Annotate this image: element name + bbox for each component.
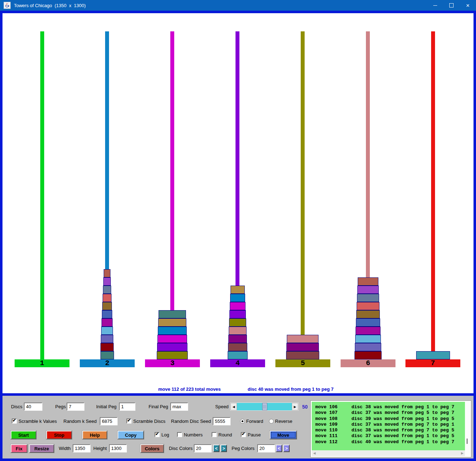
log-checkbox[interactable] <box>155 432 160 437</box>
close-icon: × <box>466 2 470 9</box>
speed-value: 50 <box>302 403 308 411</box>
control-panel: Discs 40 Pegs 7 Initial Peg 1 Final Peg … <box>2 396 474 459</box>
titlebar[interactable]: Towers of Chicago (1350 x 1300) × <box>0 0 476 11</box>
peg-colors-next-button[interactable]: > <box>283 445 290 452</box>
disc-7 <box>102 318 113 327</box>
disc-31 <box>159 310 186 318</box>
peg-7-base: 7 <box>405 359 460 367</box>
peg-6-base-label: 6 <box>366 359 370 367</box>
disc-35 <box>157 343 187 351</box>
speed-slider[interactable]: ◀ ▶ <box>230 403 299 411</box>
scroll-right-icon[interactable]: ▶ <box>461 451 464 455</box>
log-line: move 106 disc 38 was moved from peg 1 to… <box>315 404 465 410</box>
initial-peg-label: Initial Peg <box>96 403 117 411</box>
text-caret <box>467 439 467 444</box>
random-k-seed-input[interactable]: 6875 <box>100 417 118 425</box>
log-label: Log <box>161 431 169 439</box>
app-window: Towers of Chicago (1350 x 1300) × move 1… <box>0 0 476 461</box>
move-log-panel: move 106 disc 38 was moved from peg 1 to… <box>310 400 471 457</box>
pegs-input[interactable]: 7 <box>67 403 84 411</box>
height-input[interactable]: 1300 <box>109 444 127 452</box>
peg-1-pole <box>40 31 44 359</box>
disc-8 <box>101 327 113 335</box>
discs-input[interactable]: 40 <box>24 403 42 411</box>
disc-9 <box>101 335 113 343</box>
peg-3-base-label: 3 <box>170 359 175 367</box>
random-disc-seed-label: Random Disc Seed <box>171 417 211 426</box>
scramble-discs-label: Scramble Discs <box>133 417 165 426</box>
java-coffee-icon <box>4 2 11 9</box>
numbers-checkbox[interactable] <box>177 432 182 437</box>
disc-12 <box>231 286 245 294</box>
disc-19 <box>228 343 247 351</box>
log-line: move 110 disc 38 was moved from peg 7 to… <box>315 427 465 433</box>
log-horizontal-scrollbar[interactable]: ◀ ▶ <box>312 450 465 456</box>
pegs-label: Pegs <box>55 403 66 411</box>
random-disc-seed-input[interactable]: 5555 <box>213 417 231 425</box>
log-line: move 112 disc 40 was moved from peg 1 to… <box>315 439 465 445</box>
round-checkbox[interactable] <box>212 432 217 437</box>
disc-14 <box>230 302 245 310</box>
forward-radio[interactable] <box>240 419 245 424</box>
peg-6-base: 6 <box>341 359 395 367</box>
scroll-left-icon[interactable]: ◀ <box>313 451 316 455</box>
peg-5-base-label: 5 <box>301 359 305 367</box>
maximize-button[interactable] <box>443 0 460 11</box>
disc-29 <box>355 343 381 351</box>
peg-4-base-label: 4 <box>236 359 240 367</box>
speed-slider-track[interactable] <box>237 403 292 410</box>
colors-button[interactable]: Colors <box>140 444 164 453</box>
scramble-k-checkbox[interactable] <box>12 419 17 424</box>
initial-peg-input[interactable]: 1 <box>119 403 135 411</box>
disc-10 <box>100 343 114 351</box>
speed-slider-thumb[interactable] <box>262 403 267 410</box>
help-button[interactable]: Help <box>82 431 107 439</box>
reverse-radio[interactable] <box>269 419 274 424</box>
disc-39 <box>286 351 319 359</box>
peg-1-base: 1 <box>15 359 69 367</box>
disc-28 <box>355 335 381 343</box>
peg-3-base: 3 <box>145 359 200 367</box>
disc-17 <box>229 327 247 335</box>
log-vertical-gutter[interactable] <box>465 402 470 450</box>
disc-colors-input[interactable]: 20 <box>194 444 212 452</box>
disc-40 <box>416 351 450 359</box>
disc-colors-next-button[interactable]: > <box>221 445 227 452</box>
log-line: move 111 disc 37 was moved from peg 1 to… <box>315 433 465 439</box>
pause-label: Pause <box>248 431 261 439</box>
random-k-seed-label: Random k Seed <box>63 417 97 426</box>
peg-colors-input[interactable]: 20 <box>257 444 275 452</box>
width-input[interactable]: 1350 <box>73 444 90 452</box>
scramble-discs-checkbox[interactable] <box>126 419 131 424</box>
copy-button[interactable]: Copy <box>118 431 144 439</box>
disc-24 <box>357 302 379 310</box>
peg-1-base-label: 1 <box>40 359 44 367</box>
move-log[interactable]: move 106 disc 38 was moved from peg 1 to… <box>312 402 465 450</box>
peg-colors-label: Peg Colors <box>232 444 254 453</box>
disc-colors-label: Disc Colors <box>169 444 192 453</box>
start-button[interactable]: Start <box>11 431 36 439</box>
reverse-label: Reverse <box>275 417 292 426</box>
disc-21 <box>358 277 378 286</box>
peg-5-base: 5 <box>275 359 330 367</box>
peg-colors-prev-button[interactable]: < <box>276 445 282 452</box>
minimize-icon <box>433 5 437 6</box>
close-button[interactable]: × <box>460 0 476 11</box>
maximize-icon <box>449 3 454 7</box>
move-button[interactable]: Move <box>270 431 297 439</box>
right-arrow-icon[interactable]: ▶ <box>292 403 298 410</box>
final-peg-input[interactable]: max <box>170 403 188 411</box>
resize-button[interactable]: Resize <box>29 444 54 453</box>
disc-16 <box>229 318 246 327</box>
fix-button[interactable]: Fix <box>11 444 27 453</box>
left-arrow-icon[interactable]: ◀ <box>231 403 237 410</box>
final-peg-label: Final Peg <box>149 403 168 411</box>
disc-6 <box>102 310 112 318</box>
pause-checkbox[interactable] <box>241 432 246 437</box>
stop-button[interactable]: Stop <box>46 431 72 439</box>
height-label: Height <box>93 444 107 453</box>
disc-colors-prev-button[interactable]: < <box>213 445 219 452</box>
minimize-button[interactable] <box>427 0 443 11</box>
peg-7-pole <box>431 31 435 359</box>
log-line: move 107 disc 37 was moved from peg 5 to… <box>315 410 465 416</box>
